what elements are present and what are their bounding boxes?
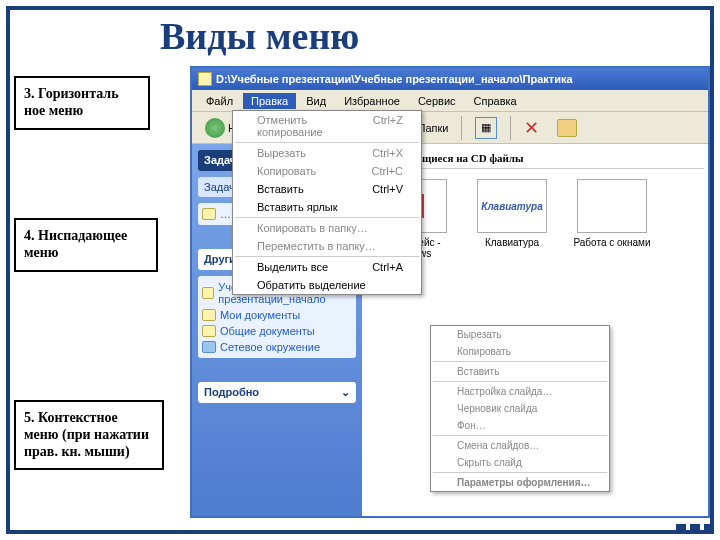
- context-item[interactable]: Параметры оформления…: [431, 474, 609, 491]
- sidebar-item[interactable]: Общие документы: [202, 323, 352, 339]
- callout-horizontal-menu: 3. Горизонтальное меню: [14, 76, 150, 130]
- menu-item[interactable]: Вставить ярлык: [233, 198, 421, 216]
- sidebar-item[interactable]: Сетевое окружение: [202, 339, 352, 355]
- menu-edit[interactable]: Правка: [243, 93, 296, 109]
- menu-favorites[interactable]: Избранное: [336, 93, 408, 109]
- menu-item[interactable]: Переместить в папку…: [233, 237, 421, 255]
- menu-view[interactable]: Вид: [298, 93, 334, 109]
- callout-dropdown-menu: 4. Ниспадающее меню: [14, 218, 158, 272]
- sidebar-item[interactable]: Мои документы: [202, 307, 352, 323]
- menu-item[interactable]: Обратить выделение: [233, 276, 421, 294]
- slide-title: Виды меню: [160, 14, 359, 58]
- menu-item[interactable]: Отменить копированиеCtrl+Z: [233, 111, 421, 141]
- sidebar-details[interactable]: Подробно⌄: [198, 382, 356, 403]
- context-item[interactable]: Копировать: [431, 343, 609, 360]
- menu-tools[interactable]: Сервис: [410, 93, 464, 109]
- context-item[interactable]: Настройка слайда…: [431, 383, 609, 400]
- context-item[interactable]: Фон…: [431, 417, 609, 434]
- context-item[interactable]: Вырезать: [431, 326, 609, 343]
- file-item[interactable]: Клавиатура Клавиатура: [472, 179, 552, 259]
- file-name: Клавиатура: [472, 237, 552, 248]
- callout-context-menu: 5. Контекстное меню (при нажатии прав. к…: [14, 400, 164, 470]
- menu-item[interactable]: Копировать в папку…: [233, 219, 421, 237]
- folder-icon: [198, 72, 212, 86]
- file-name: Работа с окнами: [572, 237, 652, 248]
- views-button[interactable]: ▦: [468, 114, 504, 142]
- delete-icon[interactable]: ✕: [517, 114, 546, 142]
- window-title: D:\Учебные презентации\Учебные презентац…: [216, 73, 573, 85]
- menu-item[interactable]: ВставитьCtrl+V: [233, 180, 421, 198]
- misc-icon[interactable]: [550, 116, 584, 140]
- menu-help[interactable]: Справка: [466, 93, 525, 109]
- menu-item[interactable]: Выделить всеCtrl+A: [233, 258, 421, 276]
- context-item[interactable]: Вставить: [431, 363, 609, 380]
- window-titlebar[interactable]: D:\Учебные презентации\Учебные презентац…: [192, 68, 708, 90]
- context-item[interactable]: Смена слайдов…: [431, 437, 609, 454]
- file-item[interactable]: Работа с окнами: [572, 179, 652, 259]
- context-menu: ВырезатьКопироватьВставитьНастройка слай…: [430, 325, 610, 492]
- menu-item[interactable]: ВырезатьCtrl+X: [233, 144, 421, 162]
- dropdown-menu: Отменить копированиеCtrl+ZВырезатьCtrl+X…: [232, 110, 422, 295]
- menu-file[interactable]: Файл: [198, 93, 241, 109]
- menu-item[interactable]: КопироватьCtrl+C: [233, 162, 421, 180]
- menubar: Файл Правка Вид Избранное Сервис Справка: [192, 90, 708, 112]
- context-item[interactable]: Черновик слайда: [431, 400, 609, 417]
- context-item[interactable]: Скрыть слайд: [431, 454, 609, 471]
